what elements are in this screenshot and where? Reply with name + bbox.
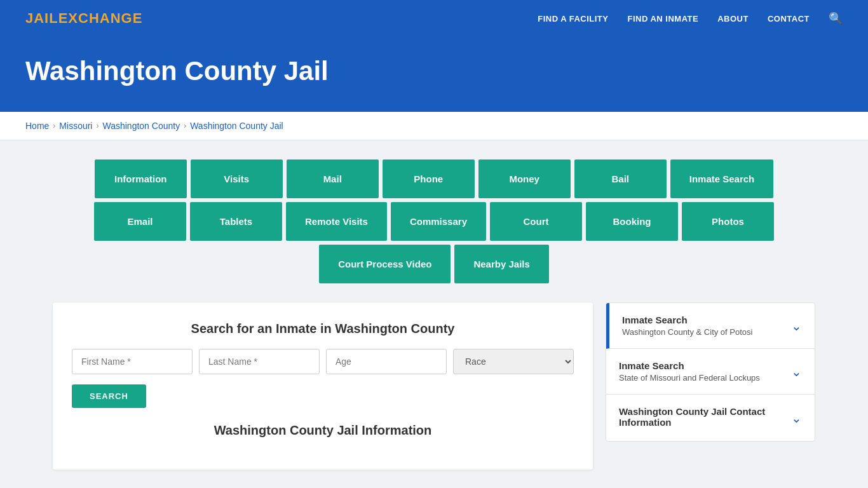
jail-info-heading: Washington County Jail Information bbox=[72, 423, 574, 438]
logo-exchange: EXCHANGE bbox=[58, 10, 143, 26]
btn-commissary[interactable]: Commissary bbox=[391, 202, 486, 241]
first-name-input[interactable] bbox=[72, 349, 193, 374]
chevron-down-icon-3: ⌄ bbox=[791, 410, 802, 426]
page-title: Washington County Jail bbox=[25, 56, 843, 86]
breadcrumb-current[interactable]: Washington County Jail bbox=[190, 121, 283, 131]
nav-about[interactable]: ABOUT bbox=[717, 14, 749, 24]
navigation-buttons: Information Visits Mail Phone Money Bail… bbox=[53, 159, 815, 283]
btn-row-2: Email Tablets Remote Visits Commissary C… bbox=[94, 202, 774, 241]
sidebar-item-inmate-search-state[interactable]: Inmate Search State of Missouri and Fede… bbox=[606, 349, 815, 395]
breadcrumb-washington-county[interactable]: Washington County bbox=[102, 121, 180, 131]
chevron-down-icon-2: ⌄ bbox=[791, 364, 802, 379]
btn-court-process-video[interactable]: Court Process Video bbox=[319, 245, 451, 283]
btn-money[interactable]: Money bbox=[478, 159, 571, 198]
navbar-links: FIND A FACILITY FIND AN INMATE ABOUT CON… bbox=[538, 11, 843, 25]
logo-jail: JAIL bbox=[25, 10, 58, 26]
sidebar-item-text-3: Washington County Jail Contact Informati… bbox=[619, 406, 791, 430]
search-panel: Search for an Inmate in Washington Count… bbox=[53, 302, 593, 470]
sidebar: Inmate Search Washington County & City o… bbox=[606, 302, 815, 442]
nav-find-inmate[interactable]: FIND AN INMATE bbox=[627, 14, 698, 24]
btn-nearby-jails[interactable]: Nearby Jails bbox=[454, 245, 548, 283]
breadcrumb-missouri[interactable]: Missouri bbox=[59, 121, 92, 131]
btn-bail[interactable]: Bail bbox=[574, 159, 667, 198]
btn-inmate-search[interactable]: Inmate Search bbox=[670, 159, 774, 198]
breadcrumb-sep-3: › bbox=[184, 121, 186, 130]
breadcrumb-bar: Home › Missouri › Washington County › Wa… bbox=[0, 112, 868, 140]
sidebar-item-text-1: Inmate Search Washington County & City o… bbox=[622, 315, 791, 337]
search-title: Search for an Inmate in Washington Count… bbox=[72, 322, 574, 336]
btn-information[interactable]: Information bbox=[95, 159, 187, 198]
site-logo[interactable]: JAILEXCHANGE bbox=[25, 10, 142, 27]
last-name-input[interactable] bbox=[199, 349, 320, 374]
lower-section: Search for an Inmate in Washington Count… bbox=[53, 302, 815, 470]
btn-row-3: Court Process Video Nearby Jails bbox=[319, 245, 549, 283]
sidebar-item-inmate-search-local[interactable]: Inmate Search Washington County & City o… bbox=[606, 303, 815, 349]
btn-photos[interactable]: Photos bbox=[682, 202, 774, 241]
sidebar-item-title-3: Washington County Jail Contact Informati… bbox=[619, 406, 791, 428]
btn-tablets[interactable]: Tablets bbox=[190, 202, 282, 241]
search-form: Race White Black Hispanic Asian Other bbox=[72, 349, 574, 374]
sidebar-item-title-2: Inmate Search bbox=[619, 360, 791, 371]
sidebar-item-subtitle-1: Washington County & City of Potosi bbox=[622, 327, 791, 337]
main-content: Information Visits Mail Phone Money Bail… bbox=[27, 140, 841, 488]
btn-remote-visits[interactable]: Remote Visits bbox=[286, 202, 387, 241]
btn-court[interactable]: Court bbox=[490, 202, 582, 241]
sidebar-item-title-1: Inmate Search bbox=[622, 315, 791, 325]
btn-phone[interactable]: Phone bbox=[383, 159, 475, 198]
btn-mail[interactable]: Mail bbox=[287, 159, 379, 198]
breadcrumb: Home › Missouri › Washington County › Wa… bbox=[25, 121, 843, 131]
btn-email[interactable]: Email bbox=[94, 202, 186, 241]
btn-row-1: Information Visits Mail Phone Money Bail… bbox=[95, 159, 774, 198]
race-select[interactable]: Race White Black Hispanic Asian Other bbox=[453, 349, 574, 374]
search-button[interactable]: SEARCH bbox=[72, 384, 146, 408]
chevron-down-icon-1: ⌄ bbox=[791, 318, 802, 334]
hero-section: Washington County Jail bbox=[0, 37, 868, 112]
nav-find-facility[interactable]: FIND A FACILITY bbox=[538, 14, 608, 24]
sidebar-item-contact-info[interactable]: Washington County Jail Contact Informati… bbox=[606, 395, 815, 441]
btn-booking[interactable]: Booking bbox=[586, 202, 678, 241]
btn-visits[interactable]: Visits bbox=[191, 159, 283, 198]
nav-contact[interactable]: CONTACT bbox=[768, 14, 810, 24]
breadcrumb-sep-2: › bbox=[96, 121, 98, 130]
search-icon[interactable]: 🔍 bbox=[829, 11, 843, 25]
breadcrumb-sep-1: › bbox=[53, 121, 55, 130]
navbar: JAILEXCHANGE FIND A FACILITY FIND AN INM… bbox=[0, 0, 868, 37]
breadcrumb-home[interactable]: Home bbox=[25, 121, 49, 131]
sidebar-item-subtitle-2: State of Missouri and Federal Lockups bbox=[619, 373, 791, 383]
sidebar-item-text-2: Inmate Search State of Missouri and Fede… bbox=[619, 360, 791, 383]
age-input[interactable] bbox=[326, 349, 447, 374]
